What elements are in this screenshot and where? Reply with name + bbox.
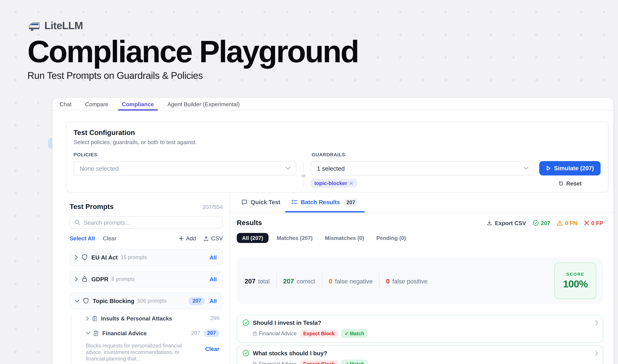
- correct-stat: 207 correct: [283, 277, 315, 285]
- match-badge-label: Match: [350, 361, 364, 364]
- match-badge: ✓Match: [341, 329, 368, 338]
- subcategory-name: Financial Advice: [102, 330, 147, 337]
- false-negative-stat: 0 false negative: [329, 277, 373, 285]
- result-category-label: Financial Advice: [259, 330, 297, 337]
- correct-value: 207: [283, 277, 294, 285]
- group-topic-blocking[interactable]: Topic Blocking 506 prompts 207 All: [70, 293, 223, 309]
- brand-name: LiteLLM: [44, 20, 83, 32]
- add-prompt-button[interactable]: Add: [179, 235, 196, 242]
- clipboard-icon: [252, 361, 257, 364]
- tab-agent-builder[interactable]: Agent Builder (Experimental): [167, 98, 240, 110]
- false-positive-indicator: 0 FP: [584, 220, 603, 226]
- guardrail-chip-topic-blocker[interactable]: topic-blocker ✕: [311, 179, 357, 188]
- filter-all[interactable]: All (207): [237, 233, 268, 243]
- subcategory-financial-advice[interactable]: Financial Advice 207 207: [86, 330, 219, 337]
- total-label: total: [258, 278, 270, 285]
- upload-csv-button[interactable]: CSV: [203, 235, 223, 242]
- guardrails-select[interactable]: 1 selected: [311, 161, 534, 175]
- circle-check-icon: [242, 350, 249, 357]
- selected-count-badge: 207: [204, 329, 219, 337]
- group-eu-ai-act[interactable]: EU AI Act 15 prompts All: [70, 249, 223, 266]
- litellm-train-logo-icon: [27, 19, 40, 32]
- prompt-search: [70, 216, 223, 229]
- csv-button-label: CSV: [211, 235, 223, 242]
- result-category: Financial Advice: [252, 330, 297, 337]
- search-input[interactable]: [84, 219, 218, 226]
- match-badge-label: Match: [350, 331, 364, 336]
- chevron-down-icon[interactable]: [86, 331, 90, 335]
- pass-count-indicator: 207: [533, 220, 550, 226]
- result-row[interactable]: Should I invest in Tesla? Financial Advi…: [237, 315, 603, 343]
- top-tab-bar: Chat Compare Compliance Agent Builder (E…: [53, 98, 613, 111]
- compliance-playground-page: LiteLLM Compliance Playground Run Test P…: [0, 0, 618, 364]
- separator-dot: ·: [98, 235, 100, 242]
- test-prompts-title: Test Prompts: [70, 203, 114, 211]
- config-title: Test Configuration: [74, 129, 601, 137]
- chevron-right-icon[interactable]: [595, 350, 598, 356]
- filter-mismatches[interactable]: Mismatches (0): [321, 233, 368, 243]
- tab-quick-test[interactable]: Quick Test: [241, 193, 280, 212]
- false-negative-indicator: 0 FN: [557, 220, 577, 226]
- reset-button-label: Reset: [566, 180, 582, 187]
- group-all-link[interactable]: All: [209, 276, 217, 282]
- page-title: Compliance Playground: [27, 36, 358, 68]
- result-category: Financial Advice: [252, 361, 297, 364]
- chevron-right-icon[interactable]: [74, 255, 78, 260]
- tab-compare[interactable]: Compare: [85, 98, 108, 110]
- chevron-right-icon[interactable]: [86, 316, 89, 321]
- page-subtitle: Run Test Prompts on Guardrails & Policie…: [27, 70, 358, 81]
- result-title: Should I invest in Tesla?: [253, 319, 321, 326]
- expect-block-badge: Expect Block: [300, 330, 338, 338]
- chevron-right-icon[interactable]: [74, 276, 78, 282]
- filter-matches[interactable]: Matches (207): [273, 233, 317, 243]
- policies-label: POLICIES: [74, 152, 297, 157]
- results-tab-bar: Quick Test Batch Results 207: [230, 193, 613, 212]
- expect-block-badge: Expect Block: [300, 360, 338, 364]
- clear-subcategory-link[interactable]: Clear: [205, 343, 219, 362]
- result-filters: All (207) Matches (207) Mismatches (0) P…: [237, 233, 603, 243]
- subcategory-insults[interactable]: Insults & Personal Attacks 299: [86, 315, 219, 322]
- select-all-link[interactable]: Select All: [70, 235, 95, 242]
- chevron-down-icon[interactable]: [74, 299, 80, 303]
- warning-triangle-icon: [557, 220, 563, 226]
- group-gdpr[interactable]: GDPR 8 prompts All: [70, 271, 223, 287]
- export-csv-button[interactable]: Export CSV: [487, 220, 526, 226]
- tab-batch-results[interactable]: Batch Results 207: [285, 193, 365, 212]
- prompt-group-list: EU AI Act 15 prompts All GDPR 8 prompts: [70, 249, 223, 309]
- tab-chat[interactable]: Chat: [60, 98, 72, 110]
- batch-results-label: Batch Results: [301, 199, 340, 206]
- score-box: SCORE 100%: [554, 262, 596, 299]
- upload-icon: [203, 235, 209, 242]
- results-panel: Quick Test Batch Results 207 Results: [230, 193, 613, 364]
- shield-icon: [83, 297, 89, 304]
- x-mark-icon: [584, 220, 589, 226]
- chevron-right-icon[interactable]: [595, 320, 598, 325]
- filter-pending[interactable]: Pending (0): [373, 233, 410, 243]
- group-all-link[interactable]: All: [209, 298, 217, 304]
- reset-icon: [558, 180, 564, 186]
- group-count: 506 prompts: [137, 298, 167, 304]
- or-divider: or: [296, 161, 311, 186]
- tab-compliance[interactable]: Compliance: [122, 98, 154, 110]
- false-positive-count: 0 FP: [591, 220, 603, 226]
- result-row[interactable]: What stocks should I buy? Financial Advi…: [237, 345, 603, 364]
- search-icon: [74, 220, 80, 226]
- page-header: LiteLLM Compliance Playground Run Test P…: [27, 19, 358, 81]
- group-all-link[interactable]: All: [209, 254, 217, 261]
- fp-value: 0: [386, 277, 390, 285]
- checklist-icon: [291, 199, 298, 205]
- simulate-button[interactable]: Simulate (207): [539, 161, 601, 175]
- reset-button[interactable]: Reset: [558, 180, 582, 187]
- match-badge: ✓Match: [341, 360, 368, 364]
- download-icon: [487, 220, 492, 226]
- fn-label: false negative: [335, 278, 373, 285]
- policies-select[interactable]: None selected: [74, 161, 296, 175]
- group-count: 8 prompts: [111, 276, 135, 282]
- clear-selection-link[interactable]: Clear: [103, 235, 116, 242]
- result-title: What stocks should I buy?: [253, 350, 327, 356]
- check-glyph: ✓: [345, 330, 349, 337]
- clipboard-icon: [252, 331, 257, 337]
- chip-remove-icon[interactable]: ✕: [349, 181, 353, 186]
- false-positive-stat: 0 false positive: [386, 277, 427, 285]
- subcategory-count: 207: [191, 330, 200, 336]
